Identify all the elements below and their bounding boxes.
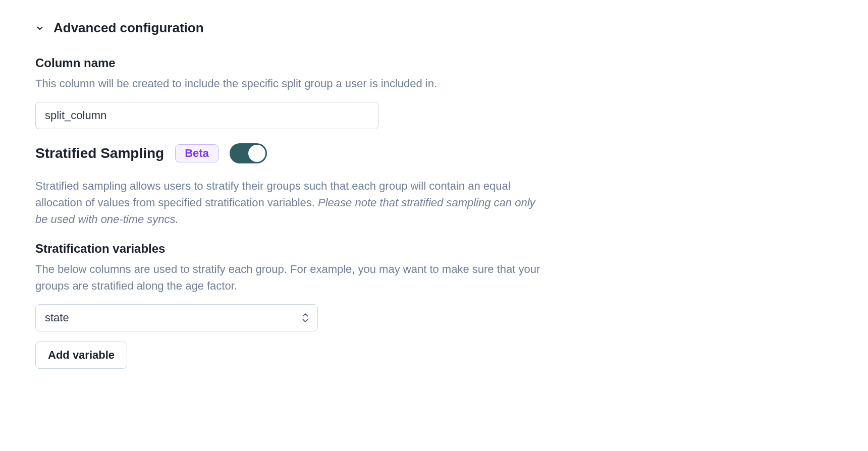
stratified-sampling-row: Stratified Sampling Beta [35,143,833,163]
stratification-variable-select-wrap: state [35,304,318,331]
toggle-knob [248,145,265,162]
section-title: Advanced configuration [53,20,204,36]
stratified-description: Stratified sampling allows users to stra… [35,178,545,228]
column-name-input[interactable] [35,102,378,129]
stratification-variables-help: The below columns are used to stratify e… [35,261,545,294]
stratification-variable-select[interactable]: state [35,304,318,331]
column-name-help: This column will be created to include t… [35,75,545,92]
stratified-sampling-heading: Stratified Sampling [35,145,164,161]
column-name-block: Column name This column will be created … [35,56,545,129]
advanced-configuration-header[interactable]: Advanced configuration [35,20,833,36]
stratification-variables-label: Stratification variables [35,242,545,256]
add-variable-button-label: Add variable [48,349,115,362]
stratification-variables-block: Stratification variables The below colum… [35,242,545,369]
beta-badge: Beta [175,144,219,162]
stratification-variable-selected: state [45,311,69,324]
add-variable-button[interactable]: Add variable [35,342,127,369]
column-name-label: Column name [35,56,545,70]
chevron-down-icon [35,24,44,33]
stratified-sampling-toggle[interactable] [230,143,267,163]
stratified-description-block: Stratified sampling allows users to stra… [35,178,545,228]
